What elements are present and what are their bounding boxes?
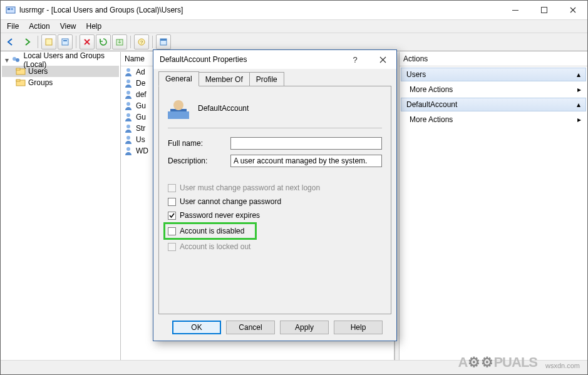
toolbar: ? — [1, 33, 587, 51]
tree-item-groups[interactable]: Groups — [2, 77, 119, 88]
actions-item-label: More Actions — [410, 115, 453, 124]
user-icon — [123, 146, 133, 156]
refresh-button[interactable] — [96, 34, 111, 49]
tab-member-of[interactable]: Member Of — [199, 72, 250, 86]
svg-point-21 — [126, 91, 130, 95]
actions-group-account[interactable]: DefaultAccount ▴ — [401, 98, 586, 111]
actions-more-1[interactable]: More Actions ▸ — [401, 83, 586, 96]
checkbox-account-disabled[interactable] — [168, 227, 176, 235]
forward-button[interactable] — [19, 34, 34, 49]
dialog-button-row: OK Cancel Apply Help — [158, 314, 391, 341]
chevron-right-icon: ▸ — [577, 85, 581, 94]
new-button[interactable] — [41, 34, 56, 49]
delete-button[interactable] — [80, 34, 95, 49]
row-cannot-change[interactable]: User cannot change password — [168, 195, 382, 208]
tabstrip: General Member Of Profile — [158, 73, 391, 86]
help-button[interactable]: ? — [134, 34, 149, 49]
full-name-label: Full name: — [168, 139, 230, 148]
checkbox-must-change — [168, 184, 176, 192]
user-icon — [123, 101, 133, 111]
properties-button[interactable] — [58, 34, 73, 49]
svg-point-19 — [126, 68, 130, 72]
menu-action[interactable]: Action — [24, 21, 54, 32]
collapse-icon[interactable]: ▾ — [3, 56, 11, 64]
folder-icon — [16, 78, 26, 88]
actions-more-2[interactable]: More Actions ▸ — [401, 113, 586, 126]
view-button[interactable] — [156, 34, 171, 49]
dialog-body: General Member Of Profile DefaultAccount… — [153, 69, 396, 341]
svg-point-29 — [173, 100, 183, 110]
label-cannot-change: User cannot change password — [180, 197, 281, 206]
svg-point-25 — [126, 136, 130, 140]
close-button[interactable] — [559, 1, 587, 19]
account-name: DefaultAccount — [198, 104, 249, 113]
row-account-disabled[interactable]: Account is disabled — [163, 222, 257, 240]
svg-point-22 — [126, 102, 130, 106]
svg-point-20 — [126, 80, 130, 83]
checkbox-never-expires[interactable] — [168, 212, 176, 220]
checkbox-cannot-change[interactable] — [168, 198, 176, 206]
list-item-label: Us — [136, 135, 145, 144]
user-icon — [123, 123, 133, 133]
gear-icon: ⚙ — [481, 354, 493, 371]
row-locked-out: Account is locked out — [168, 240, 382, 254]
actions-group-users[interactable]: Users ▴ — [401, 68, 586, 81]
svg-rect-30 — [168, 111, 189, 119]
apply-button[interactable]: Apply — [280, 321, 329, 334]
svg-rect-6 — [62, 39, 68, 45]
tab-profile[interactable]: Profile — [249, 72, 284, 86]
label-locked-out: Account is locked out — [180, 242, 250, 251]
tab-general[interactable]: General — [158, 71, 199, 86]
description-input[interactable] — [230, 155, 382, 167]
list-item-label: Gu — [136, 101, 146, 110]
menu-view[interactable]: View — [55, 21, 81, 32]
svg-rect-2 — [11, 8, 13, 10]
dialog-titlebar: DefaultAccount Properties ? — [153, 50, 396, 69]
cancel-button[interactable]: Cancel — [226, 321, 275, 334]
watermark: wsxdn.com — [545, 362, 580, 369]
list-item-label: Str — [136, 124, 145, 133]
full-name-input[interactable] — [230, 137, 382, 150]
group-icon — [11, 55, 21, 65]
toolbar-separator — [152, 36, 153, 48]
user-icon — [123, 90, 133, 100]
main-window: lusrmgr - [Local Users and Groups (Local… — [0, 0, 588, 375]
minimize-button[interactable] — [501, 1, 530, 19]
back-button[interactable] — [3, 34, 18, 49]
tree-root[interactable]: ▾ Local Users and Groups (Local) — [2, 54, 119, 66]
properties-dialog: DefaultAccount Properties ? General Memb… — [153, 49, 397, 341]
brand-logo: A ⚙⚙ PUALS — [458, 354, 537, 371]
row-never-expires[interactable]: Password never expires — [168, 208, 382, 222]
brand-pre: A — [458, 354, 468, 371]
svg-text:?: ? — [140, 39, 143, 45]
user-large-icon — [168, 98, 189, 119]
row-must-change: User must change password at next logon — [168, 181, 382, 195]
dialog-help-button[interactable]: ? — [341, 50, 369, 69]
label-account-disabled: Account is disabled — [180, 227, 244, 235]
dialog-close-button[interactable] — [369, 50, 396, 69]
list-item-label: Gu — [136, 113, 146, 121]
user-icon — [123, 135, 133, 145]
actions-item-label: More Actions — [410, 85, 453, 94]
actions-pane: Actions Users ▴ More Actions ▸ DefaultAc… — [400, 52, 587, 360]
label-must-change: User must change password at next logon — [180, 183, 320, 192]
tree-item-label: Groups — [28, 78, 53, 87]
actions-header: Actions — [400, 52, 587, 66]
user-icon — [123, 78, 133, 88]
toolbar-separator — [76, 36, 76, 48]
ok-button[interactable]: OK — [172, 321, 221, 334]
help-button[interactable]: Help — [334, 321, 383, 334]
maximize-button[interactable] — [530, 1, 559, 19]
svg-rect-12 — [160, 39, 167, 41]
export-button[interactable] — [112, 34, 127, 49]
checkbox-locked-out — [168, 243, 176, 251]
menu-file[interactable]: File — [2, 21, 24, 32]
row-full-name: Full name: — [168, 137, 382, 150]
svg-point-23 — [126, 113, 130, 117]
list-item-label: def — [136, 90, 147, 99]
brand-post: PUALS — [493, 354, 537, 371]
menu-help[interactable]: Help — [81, 21, 107, 32]
folder-icon — [16, 66, 26, 76]
list-item-label: WD — [136, 146, 148, 155]
list-item-label: De — [136, 79, 145, 88]
